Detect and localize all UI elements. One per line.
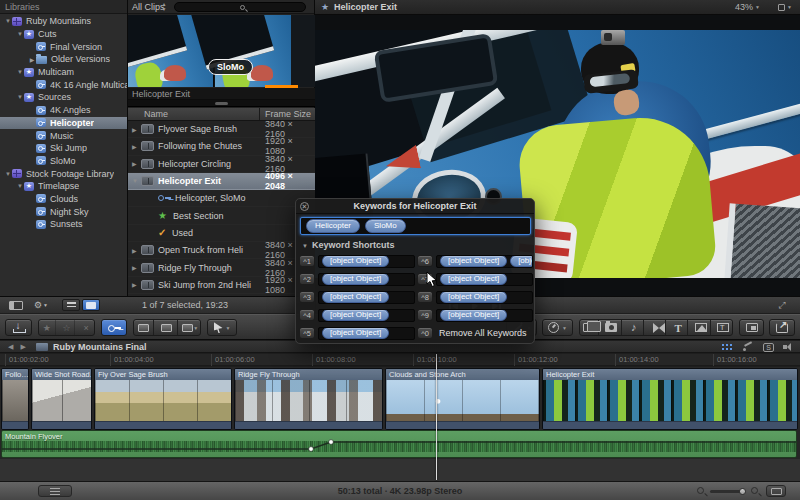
disclosure-triangle-icon[interactable]: ▼ xyxy=(16,31,24,37)
clip-appearance-button[interactable] xyxy=(766,485,786,497)
shortcut-key-badge[interactable]: ^0 xyxy=(417,327,433,339)
disclosure-triangle-icon[interactable]: ▼ xyxy=(4,18,12,24)
shortcut-keyword-field[interactable]: [object Object] xyxy=(318,273,415,286)
timeline-clip[interactable]: Ridge Fly Through xyxy=(234,368,383,430)
unrate-button[interactable]: ☆ xyxy=(59,320,76,335)
library-tree-item[interactable]: ▼ Multicam xyxy=(0,66,127,79)
filmstrip-scrollbar[interactable] xyxy=(128,100,315,107)
titles-browser-button[interactable]: T xyxy=(669,320,688,335)
viewer-display-options-popup[interactable]: ▼ xyxy=(778,0,792,15)
shortcut-keyword-field[interactable]: [object Object] xyxy=(318,291,415,304)
append-edit-button[interactable]: ▼ xyxy=(181,320,200,335)
shortcut-keyword-field[interactable]: [object Object] xyxy=(318,327,415,340)
keyword-pill[interactable]: [object Object] xyxy=(440,291,507,304)
timeline-clip[interactable]: Clouds and Stone Arch xyxy=(385,368,540,430)
filmstrip-preview[interactable]: SloMo xyxy=(128,15,315,87)
insert-edit-button[interactable] xyxy=(157,320,177,335)
timeline-clip[interactable]: Helicopter Exit xyxy=(542,368,798,430)
keyword-pill[interactable]: [object Object] xyxy=(440,255,507,268)
disclosure-triangle-icon[interactable]: ▶ xyxy=(128,247,141,254)
effects-browser-button[interactable] xyxy=(580,320,599,335)
keyword-token[interactable]: SloMo xyxy=(365,219,406,233)
clip-list-row[interactable]: Helicopter, SloMo xyxy=(128,190,315,207)
library-tree-item[interactable]: Night Sky xyxy=(0,205,127,218)
skimming-toggle-icon[interactable] xyxy=(743,343,754,351)
shortcut-key-badge[interactable]: ^3 xyxy=(299,291,315,303)
scrollbar-thumb[interactable] xyxy=(215,102,228,105)
keyword-pill[interactable]: [object Object] xyxy=(322,273,389,286)
clip-appearance-icon[interactable] xyxy=(721,343,734,351)
volume-keyframe-line[interactable] xyxy=(2,431,796,457)
disclosure-triangle-icon[interactable]: ▶ xyxy=(128,126,141,133)
zoom-out-icon[interactable] xyxy=(697,487,704,494)
keyword-pill[interactable]: [object Object] xyxy=(322,291,389,304)
viewer-zoom-popup[interactable]: 43%▼ xyxy=(735,0,760,15)
keyword-pill[interactable]: [object Object] xyxy=(322,255,389,268)
timeline-zoom-slider[interactable] xyxy=(710,490,744,493)
timeline-clip[interactable]: Follo… xyxy=(1,368,29,430)
keyword-editor-button[interactable] xyxy=(101,319,127,336)
library-tree-item[interactable]: 4K 16 Angle Multicam xyxy=(0,78,127,91)
library-tree-item[interactable]: Music xyxy=(0,129,127,142)
import-media-button[interactable] xyxy=(5,319,32,336)
column-name[interactable]: Name xyxy=(144,108,168,121)
timeline-forward-button[interactable]: ▶ xyxy=(20,343,25,351)
music-browser-button[interactable]: ♪ xyxy=(625,320,644,335)
keyword-pill[interactable]: [object Object] xyxy=(440,273,507,286)
keyword-pill[interactable]: [object Object] xyxy=(322,327,389,340)
share-button[interactable] xyxy=(769,319,795,336)
background-tasks-button[interactable] xyxy=(739,319,764,336)
library-tree-item[interactable]: ▼ Timelapse xyxy=(0,180,127,193)
disclosure-triangle-icon[interactable]: ▶ xyxy=(128,264,141,271)
shortcut-keyword-field[interactable]: [object Object] xyxy=(436,309,533,322)
shortcut-key-badge[interactable]: ^5 xyxy=(299,327,315,339)
disclosure-triangle-icon[interactable]: ▼ xyxy=(4,171,12,177)
connect-edit-button[interactable] xyxy=(134,320,154,335)
favorite-button[interactable]: ★ xyxy=(39,320,56,335)
clip-list-row[interactable]: ▶ Ski Jump from 2nd Heli 1920 × 1080 xyxy=(128,277,315,294)
disclosure-triangle-icon[interactable]: ▼ xyxy=(16,94,24,100)
shortcut-keyword-field[interactable]: [object Object] xyxy=(436,291,533,304)
shortcut-keyword-field[interactable]: [object Object][object Object] xyxy=(436,255,533,268)
disclosure-triangle-icon[interactable]: ▶ xyxy=(28,56,36,63)
shortcut-key-badge[interactable]: ^9 xyxy=(417,309,433,321)
zoom-in-icon[interactable] xyxy=(751,487,758,494)
keyword-pill[interactable]: [object Object] xyxy=(440,309,507,322)
fullscreen-button[interactable]: ⤢ xyxy=(774,300,790,312)
shortcut-keyword-field[interactable]: [object Object] xyxy=(318,309,415,322)
timeline-ruler[interactable]: 01:00:02:00 01:00:04:00 01:00:06:00 01:0… xyxy=(0,354,800,366)
snapping-toggle-icon[interactable]: S xyxy=(763,343,774,352)
tool-select-popup[interactable]: ▼ xyxy=(207,319,237,336)
disclosure-triangle-icon[interactable]: ▶ xyxy=(128,143,141,150)
shortcut-key-badge[interactable]: ^4 xyxy=(299,309,315,321)
reject-button[interactable]: × xyxy=(78,320,94,335)
disclosure-triangle-icon[interactable]: ▼ xyxy=(16,183,24,189)
timeline-back-button[interactable]: ◀ xyxy=(8,343,13,351)
generators-browser-button[interactable] xyxy=(691,320,710,335)
library-tree-item[interactable]: Ski Jump xyxy=(0,142,127,155)
disclosure-triangle-icon[interactable]: ▼ xyxy=(16,69,24,75)
themes-browser-button[interactable] xyxy=(714,320,732,335)
shortcut-label[interactable]: Remove All Keywords xyxy=(439,324,527,342)
playhead[interactable] xyxy=(436,354,437,480)
audio-skimming-toggle-icon[interactable] xyxy=(783,343,794,351)
disclosure-triangle-icon[interactable]: ▶ xyxy=(128,160,141,167)
photos-browser-button[interactable] xyxy=(602,320,621,335)
library-tree-item[interactable]: 4K Angles xyxy=(0,104,127,117)
keyword-shortcuts-header[interactable]: ▼Keyword Shortcuts xyxy=(302,240,394,250)
close-icon[interactable]: ✕ xyxy=(300,202,309,211)
disclosure-triangle-icon[interactable]: ▶ xyxy=(128,281,141,288)
keyword-pill[interactable]: [object Object] xyxy=(510,255,533,268)
library-tree-item[interactable]: Helicopter xyxy=(0,117,127,130)
library-tree-item[interactable]: ▼ Sources xyxy=(0,91,127,104)
library-tree-item[interactable]: SloMo xyxy=(0,155,127,168)
timeline-clip[interactable]: Fly Over Sage Brush xyxy=(94,368,232,430)
shortcut-key-badge[interactable]: ^8 xyxy=(417,291,433,303)
shortcut-keyword-field[interactable]: [object Object] xyxy=(436,273,533,286)
library-tree-item[interactable]: ▶ Older Versions xyxy=(0,53,127,66)
zoom-slider-thumb[interactable] xyxy=(739,488,746,495)
library-tree-item[interactable]: ▼ Cuts xyxy=(0,28,127,41)
clip-filter-popup[interactable]: All Clips xyxy=(132,0,165,14)
keywords-token-field[interactable]: HelicopterSloMo xyxy=(300,217,531,235)
library-tree-item[interactable]: Sunsets xyxy=(0,218,127,231)
